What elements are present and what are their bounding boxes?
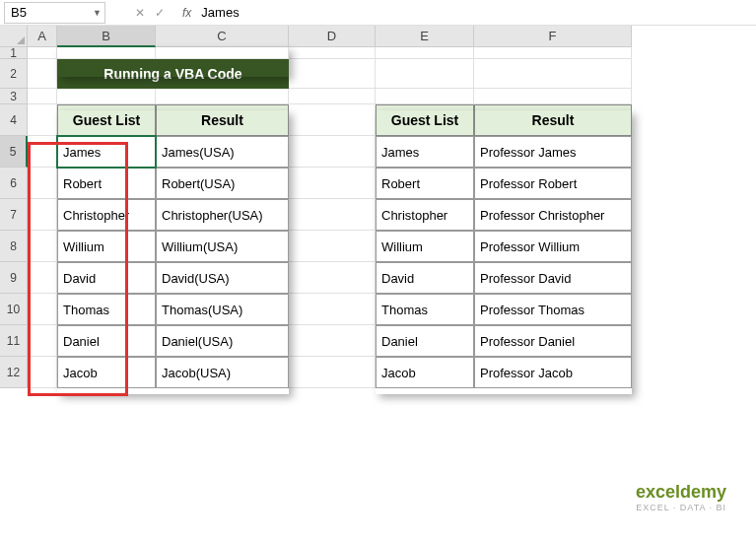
cell-C1[interactable]	[156, 47, 289, 59]
row-header-11[interactable]: 11	[0, 325, 28, 357]
cell-D9[interactable]	[289, 262, 376, 294]
cell-F2[interactable]	[474, 59, 632, 89]
cell-E12[interactable]: Jacob	[376, 357, 474, 388]
cell-A4[interactable]	[28, 104, 57, 136]
cancel-icon[interactable]: ✕	[135, 6, 145, 20]
cell-F12[interactable]: Professor Jacob	[474, 357, 632, 388]
cell-F1[interactable]	[474, 47, 632, 59]
cell-E9[interactable]: David	[376, 262, 474, 294]
fx-icon[interactable]: fx	[182, 6, 191, 20]
cell-C9[interactable]: David(USA)	[156, 262, 289, 294]
cell-C12[interactable]: Jacob(USA)	[156, 357, 289, 388]
formula-bar-row: B5 ▼ ✕ ✓ fx	[0, 0, 756, 26]
cell-F6[interactable]: Professor Robert	[474, 168, 632, 199]
row-1: 1	[0, 47, 756, 59]
col-header-E[interactable]: E	[376, 26, 474, 47]
row-header-7[interactable]: 7	[0, 199, 28, 231]
cell-B2[interactable]: Running a VBA Code	[57, 59, 289, 89]
cell-D1[interactable]	[289, 47, 376, 59]
check-icon[interactable]: ✓	[155, 6, 165, 20]
cell-B6[interactable]: Robert	[57, 168, 156, 199]
row-header-3[interactable]: 3	[0, 89, 28, 104]
cell-A2[interactable]	[28, 59, 57, 89]
cell-F11[interactable]: Professor Daniel	[474, 325, 632, 357]
select-all-corner[interactable]	[0, 26, 28, 47]
cell-E3[interactable]	[376, 89, 474, 104]
cell-E6[interactable]: Robert	[376, 168, 474, 199]
row-header-12[interactable]: 12	[0, 357, 28, 388]
cell-A8[interactable]	[28, 231, 57, 262]
cell-B3[interactable]	[57, 89, 156, 104]
cell-B10[interactable]: Thomas	[57, 294, 156, 325]
cell-F7[interactable]: Professor Christopher	[474, 199, 632, 231]
row-header-5[interactable]: 5	[0, 136, 28, 168]
cell-E8[interactable]: Willium	[376, 231, 474, 262]
cell-E2[interactable]	[376, 59, 474, 89]
cell-F10[interactable]: Professor Thomas	[474, 294, 632, 325]
cell-C3[interactable]	[156, 89, 289, 104]
cell-F3[interactable]	[474, 89, 632, 104]
cell-B5[interactable]: James	[57, 136, 156, 168]
cell-E7[interactable]: Christopher	[376, 199, 474, 231]
name-box[interactable]: B5 ▼	[4, 2, 105, 24]
cell-D3[interactable]	[289, 89, 376, 104]
cell-A10[interactable]	[28, 294, 57, 325]
chevron-down-icon[interactable]: ▼	[93, 8, 102, 18]
row-header-8[interactable]: 8	[0, 231, 28, 262]
cell-B9[interactable]: David	[57, 262, 156, 294]
cell-B7[interactable]: Christopher	[57, 199, 156, 231]
cell-D11[interactable]	[289, 325, 376, 357]
col-header-B[interactable]: B	[57, 26, 156, 47]
cell-A7[interactable]	[28, 199, 57, 231]
cell-F8[interactable]: Professor Willium	[474, 231, 632, 262]
cell-E4[interactable]: Guest List	[376, 104, 474, 136]
cell-B8[interactable]: Willium	[57, 231, 156, 262]
row-header-2[interactable]: 2	[0, 59, 28, 89]
cell-D5[interactable]	[289, 136, 376, 168]
cell-A6[interactable]	[28, 168, 57, 199]
cell-A3[interactable]	[28, 89, 57, 104]
cell-B4[interactable]: Guest List	[57, 104, 156, 136]
cell-D12[interactable]	[289, 357, 376, 388]
row-header-9[interactable]: 9	[0, 262, 28, 294]
col-header-D[interactable]: D	[289, 26, 376, 47]
cell-C11[interactable]: Daniel(USA)	[156, 325, 289, 357]
cell-C7[interactable]: Christopher(USA)	[156, 199, 289, 231]
cell-B1[interactable]	[57, 47, 156, 59]
col-header-C[interactable]: C	[156, 26, 289, 47]
cell-A11[interactable]	[28, 325, 57, 357]
cell-A9[interactable]	[28, 262, 57, 294]
cell-A12[interactable]	[28, 357, 57, 388]
cell-D4[interactable]	[289, 104, 376, 136]
col-header-A[interactable]: A	[28, 26, 57, 47]
cell-F5[interactable]: Professor James	[474, 136, 632, 168]
cell-E11[interactable]: Daniel	[376, 325, 474, 357]
row-header-1[interactable]: 1	[0, 47, 28, 59]
cell-E1[interactable]	[376, 47, 474, 59]
col-header-F[interactable]: F	[474, 26, 632, 47]
cell-F4[interactable]: Result	[474, 104, 632, 136]
cell-E5[interactable]: James	[376, 136, 474, 168]
row-11: 11DanielDaniel(USA)DanielProfessor Danie…	[0, 325, 756, 357]
cell-C4[interactable]: Result	[156, 104, 289, 136]
cell-C8[interactable]: Willium(USA)	[156, 231, 289, 262]
cell-D6[interactable]	[289, 168, 376, 199]
row-header-10[interactable]: 10	[0, 294, 28, 325]
cell-C6[interactable]: Robert(USA)	[156, 168, 289, 199]
cell-D10[interactable]	[289, 294, 376, 325]
cell-E10[interactable]: Thomas	[376, 294, 474, 325]
row-header-6[interactable]: 6	[0, 168, 28, 199]
cell-A5[interactable]	[28, 136, 57, 168]
cell-A1[interactable]	[28, 47, 57, 59]
formula-input[interactable]	[201, 5, 497, 20]
watermark-sub: EXCEL · DATA · BI	[636, 503, 726, 512]
cell-D8[interactable]	[289, 231, 376, 262]
cell-C10[interactable]: Thomas(USA)	[156, 294, 289, 325]
cell-D7[interactable]	[289, 199, 376, 231]
row-header-4[interactable]: 4	[0, 104, 28, 136]
cell-B11[interactable]: Daniel	[57, 325, 156, 357]
cell-D2[interactable]	[289, 59, 376, 89]
cell-B12[interactable]: Jacob	[57, 357, 156, 388]
cell-C5[interactable]: James(USA)	[156, 136, 289, 168]
cell-F9[interactable]: Professor David	[474, 262, 632, 294]
